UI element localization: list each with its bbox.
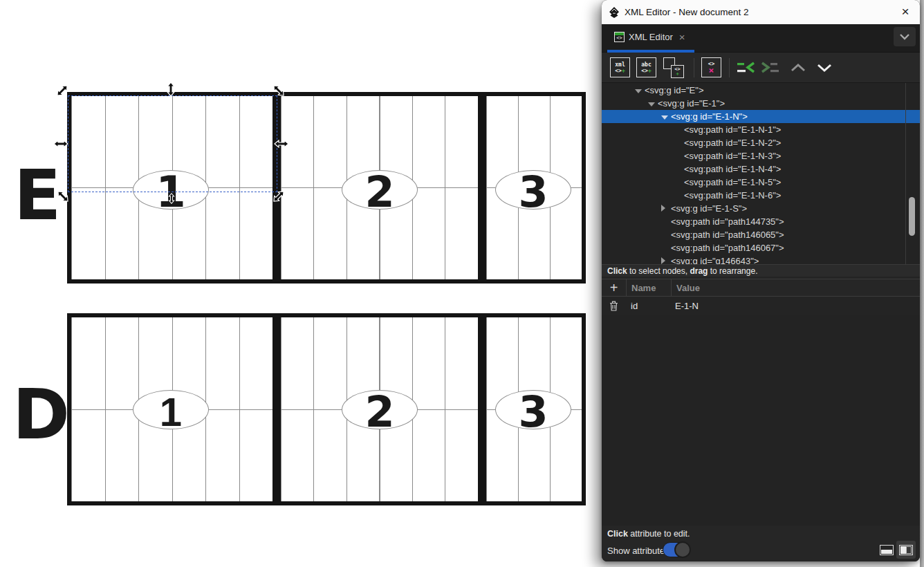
scale-handle-n[interactable] [167, 82, 175, 97]
chevron-up-icon [791, 64, 806, 72]
xml-editor-dialog: XML Editor - New document 2 × <> XML Edi… [602, 0, 920, 561]
new-text-node-button[interactable]: abc <>+ [636, 57, 656, 77]
expander-icon[interactable] [635, 84, 645, 97]
xml-tree-node[interactable]: <svg:path id="E-1-N-6"> [602, 189, 920, 202]
toolbar-separator [729, 58, 730, 77]
chevron-down-icon [817, 64, 832, 72]
attributes-empty-area [602, 315, 920, 526]
chevron-down-icon [899, 33, 910, 40]
badge-number: 3 [518, 387, 548, 437]
layout-horizontal-button[interactable] [877, 541, 896, 559]
xml-tree-node[interactable]: <svg:path id="E-1-N-2"> [602, 136, 920, 149]
xml-node-tree[interactable]: <svg:g id="E"> <svg:g id="E-1"> <svg:g i… [602, 83, 920, 264]
layout-vertical-button[interactable] [896, 541, 916, 559]
move-node-down-button[interactable] [817, 64, 832, 72]
badge-number: 1 [160, 389, 182, 435]
tab-xml-editor[interactable]: <> XML Editor × [607, 24, 692, 49]
indent-icon [761, 61, 779, 75]
expander-icon[interactable] [661, 110, 671, 123]
xml-tree-node[interactable]: <svg:path id="E-1-N-4"> [602, 162, 920, 176]
show-attributes-toggle[interactable] [663, 542, 690, 557]
badge-number: 2 [364, 167, 394, 217]
xml-tree-node[interactable]: <svg:path id="E-1-N-3"> [602, 149, 920, 162]
add-attribute-button[interactable]: + [602, 279, 626, 296]
scale-handle-e[interactable] [274, 140, 289, 148]
section-badge-d1[interactable]: 1 [133, 390, 209, 429]
xml-toolbar: xml <>+ abc <>+ <>+ <> × [602, 53, 920, 83]
xml-tree-node[interactable]: <svg:path id="path146065"> [602, 228, 920, 241]
selection-bbox [68, 95, 277, 192]
xml-tree-node[interactable]: <svg:g id="E-1-S"> [602, 202, 920, 215]
toggle-knob [674, 541, 691, 558]
xml-tree-node[interactable]: <svg:path id="E-1-N-5"> [602, 176, 920, 189]
tree-scrollbar[interactable] [905, 83, 917, 264]
badge-number: 2 [364, 387, 394, 437]
new-element-node-button[interactable]: xml <>+ [610, 57, 630, 77]
expander-icon[interactable] [661, 202, 671, 215]
tab-label: XML Editor [629, 32, 673, 42]
xml-tree-node[interactable]: <svg:g id="E"> [602, 84, 920, 97]
show-attributes-label: Show attributes [607, 546, 669, 556]
scale-handle-w[interactable] [53, 140, 68, 148]
tree-scrollbar-thumb[interactable] [909, 197, 915, 236]
move-node-up-button[interactable] [791, 64, 806, 72]
inkscape-logo-icon [608, 6, 620, 19]
delete-attribute-button[interactable] [602, 297, 626, 315]
unindent-node-button[interactable] [737, 61, 755, 75]
dialog-footer: Click attribute to edit. Show attributes [602, 526, 920, 561]
tab-close-icon[interactable]: × [679, 31, 685, 43]
xml-editor-tab-icon: <> [614, 32, 625, 42]
badge-number: 3 [518, 167, 548, 217]
section-badge-e2[interactable]: 2 [342, 170, 418, 210]
xml-tree-node[interactable]: <svg:path id="E-1-N-1"> [602, 123, 920, 136]
dialog-title: XML Editor - New document 2 [625, 7, 749, 17]
row-label-d[interactable]: D [12, 380, 70, 449]
section-badge-d2[interactable]: 2 [342, 390, 418, 429]
expander-icon[interactable] [648, 97, 658, 110]
indent-node-button[interactable] [761, 61, 779, 75]
plus-icon: + [610, 280, 618, 296]
row-label-e[interactable]: E [14, 161, 61, 230]
expander-icon[interactable] [661, 254, 671, 264]
xml-tree-node[interactable]: <svg:g id="E-1"> [602, 97, 920, 110]
tree-hint-text: Click to select nodes, drag to rearrange… [602, 264, 920, 277]
split-vertical-icon [899, 545, 913, 555]
attribute-name[interactable]: id [626, 301, 670, 311]
panel-menu-button[interactable] [894, 27, 916, 46]
attributes-header: + Name Value [602, 279, 920, 297]
attr-col-name: Name [627, 283, 671, 293]
section-badge-d3[interactable]: 3 [495, 390, 571, 429]
close-icon[interactable]: × [896, 3, 914, 21]
toolbar-separator [694, 58, 694, 77]
attribute-row[interactable]: id E-1-N [602, 297, 920, 315]
trash-icon [609, 301, 618, 311]
dialog-titlebar[interactable]: XML Editor - New document 2 × [602, 0, 920, 24]
xml-tree-node-selected[interactable]: <svg:g id="E-1-N"> [602, 110, 920, 123]
xml-tree-node[interactable]: <svg:path id="path146067"> [602, 241, 920, 254]
attr-col-value: Value [672, 283, 700, 293]
split-horizontal-icon [880, 545, 894, 555]
xml-tree-node[interactable]: <svg:path id="path144735"> [602, 215, 920, 228]
window-edge-strip [920, 0, 924, 567]
dialog-tabbar: <> XML Editor × [602, 24, 920, 53]
attribute-hint-text: Click attribute to edit. [607, 529, 690, 539]
section-badge-e3[interactable]: 3 [495, 170, 571, 210]
delete-node-button[interactable]: <> × [701, 57, 721, 77]
duplicate-node-button[interactable]: <>+ [663, 57, 684, 78]
attribute-value[interactable]: E-1-N [670, 301, 699, 311]
unindent-icon [737, 61, 755, 75]
xml-tree-node[interactable]: <svg:g id="g146643"> [602, 254, 920, 264]
scale-handle-s[interactable] [167, 191, 176, 206]
